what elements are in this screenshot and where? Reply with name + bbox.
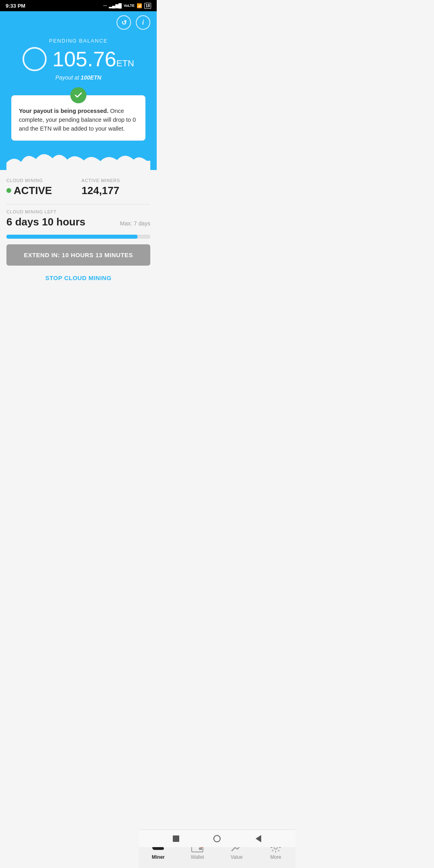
pending-balance-section: PENDING BALANCE 105.76ETN Payout at 100E… (6, 34, 150, 89)
mining-max: Max: 7 days (120, 220, 150, 227)
active-miners-stat: ACTIVE MINERS 124,177 (82, 178, 150, 197)
balance-unit: ETN (117, 58, 134, 68)
balance-row: 105.76ETN (23, 47, 134, 71)
header-section: ↺ i PENDING BALANCE 105.76ETN Payout at … (0, 11, 157, 170)
pending-label: PENDING BALANCE (49, 38, 108, 44)
cloud-mining-stat: CLOUD MINING ACTIVE (6, 178, 75, 197)
wifi-icon: 📶 (137, 3, 142, 8)
stop-cloud-mining-link[interactable]: STOP CLOUD MINING (6, 271, 150, 285)
signal-bars: ▂▄▆█ (109, 3, 122, 8)
payout-text: Payout at 100ETN (55, 74, 101, 81)
header-actions: ↺ i (6, 15, 150, 30)
balance-amount: 105.76 (52, 47, 116, 71)
active-dot-icon (6, 188, 11, 193)
payout-card-wrapper: Your payout is being processed. Once com… (11, 95, 145, 141)
refresh-button[interactable]: ↺ (117, 15, 131, 30)
payout-threshold: 100ETN (81, 74, 101, 81)
mining-left-row: 6 days 10 hours Max: 7 days (6, 216, 150, 228)
info-button[interactable]: i (136, 15, 150, 30)
active-miners-value: 124,177 (82, 184, 150, 197)
cloud-mining-label: CLOUD MINING (6, 178, 75, 183)
stats-row: CLOUD MINING ACTIVE ACTIVE MINERS 124,17… (6, 178, 150, 197)
signal-dots: ··· (103, 3, 107, 8)
checkmark-icon (70, 87, 86, 103)
lte-indicator: VoLTE (124, 4, 135, 8)
status-time: 9:33 PM (6, 3, 25, 9)
extend-button[interactable]: EXTEND IN: 10 HOURS 13 MINUTES (6, 244, 150, 266)
payout-card-bold: Your payout is being processed. (19, 108, 108, 114)
balance-display: 105.76ETN (52, 49, 134, 70)
cloud-divider (6, 148, 150, 170)
mining-left-section: CLOUD MINING LEFT 6 days 10 hours Max: 7… (6, 209, 150, 228)
status-bar: 9:33 PM ··· ▂▄▆█ VoLTE 📶 18 (0, 0, 157, 11)
battery-indicator: 18 (144, 3, 151, 9)
divider-1 (6, 204, 150, 205)
mining-left-time: 6 days 10 hours (6, 216, 86, 228)
progress-bar-container (6, 235, 150, 239)
mining-left-label: CLOUD MINING LEFT (6, 209, 150, 214)
cloud-mining-status: ACTIVE (6, 184, 75, 197)
balance-circle-icon (23, 47, 47, 71)
progress-bar-fill (6, 235, 137, 239)
active-miners-label: ACTIVE MINERS (82, 178, 150, 183)
status-icons: ··· ▂▄▆█ VoLTE 📶 18 (103, 3, 151, 9)
content-area: CLOUD MINING ACTIVE ACTIVE MINERS 124,17… (0, 170, 157, 301)
payout-label: Payout at (55, 74, 81, 81)
